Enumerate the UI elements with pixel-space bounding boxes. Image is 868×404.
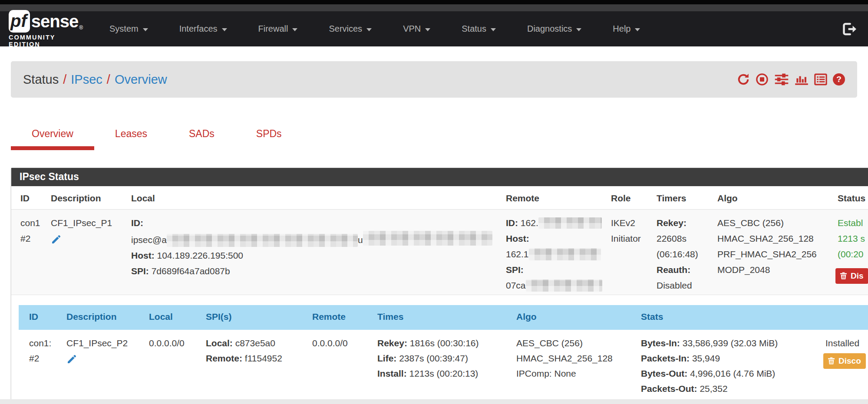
status-installed-text: Installed: [825, 335, 868, 351]
col-stats: Stats: [630, 305, 815, 330]
col-remote: Remote: [302, 305, 367, 330]
phase2-table: ID Description Local SPI(s) Remote Times…: [19, 305, 868, 401]
breadcrumb: Status / IPsec / Overview: [23, 72, 167, 87]
breadcrumb-link-ipsec[interactable]: IPsec: [71, 72, 102, 87]
col-local: Local: [139, 305, 195, 330]
col-id: ID: [11, 186, 42, 209]
cell-id: con1: #2: [19, 330, 56, 401]
refresh-icon[interactable]: [737, 73, 750, 86]
redacted-blur: [363, 231, 492, 246]
redacted-blur: [526, 279, 602, 292]
cell-actions: Installed: [815, 330, 868, 401]
phase1-table: ID Description Local Remote Role Timers …: [11, 186, 868, 295]
breadcrumb-bar: Status / IPsec / Overview: [11, 61, 857, 98]
phase2-header-row: ID Description Local SPI(s) Remote Times…: [19, 305, 868, 330]
tab-spds[interactable]: SPDs: [235, 121, 303, 150]
cell-id: con1 #2: [11, 209, 42, 295]
cell-times: Rekey: 1816s (00:30:16) Life: 2387s (00:…: [367, 330, 506, 401]
chevron-down-icon: [425, 28, 430, 31]
cell-timers: Rekey: 22608s (06:16:48) Reauth: Disable…: [647, 209, 708, 295]
cell-local: ID: ipsec@au Host: 104.189.226.195:500 S…: [122, 209, 497, 295]
trash-icon: [828, 357, 835, 365]
logo-registered-mark: ®: [79, 25, 83, 31]
ipsec-status-panel: IPsec Status ID Description Local Remote…: [11, 168, 868, 401]
col-description: Description: [56, 305, 139, 330]
logo-pf-mark: pf: [9, 10, 30, 33]
col-description: Description: [42, 186, 122, 209]
col-status: Status: [828, 186, 868, 209]
col-actions: [815, 305, 868, 330]
stop-service-icon[interactable]: [756, 73, 769, 86]
filter-sliders-icon[interactable]: [774, 73, 789, 85]
menu-help[interactable]: Help: [597, 24, 656, 34]
phase2-row: con1: #2 CF1_IPsec_P2 0.0.0.0/: [19, 330, 868, 401]
col-remote: Remote: [497, 186, 602, 209]
cell-spis: Local: c873e5a0 Remote: f1154952: [195, 330, 302, 401]
cell-remote: 0.0.0.0/0: [302, 330, 367, 401]
cell-description: CF1_IPsec_P2: [56, 330, 139, 401]
disconnect-p2-button[interactable]: Disco: [823, 353, 866, 369]
logo-sense-text: sense: [31, 12, 78, 31]
logo-edition-text: COMMUNITY EDITION: [9, 34, 87, 48]
cell-algo: AES_CBC (256) HMAC_SHA2_256_128 PRF_HMAC…: [708, 209, 828, 295]
breadcrumb-section: Status: [23, 72, 59, 87]
cell-role: IKEv2 Initiator: [602, 209, 647, 295]
cell-stats: Bytes-In: 33,586,939 (32.03 MiB) Packets…: [630, 330, 815, 401]
redacted-blur: [167, 234, 358, 247]
tab-leases[interactable]: Leases: [94, 121, 168, 150]
status-tabs: Overview Leases SADs SPDs: [11, 121, 868, 150]
col-timers: Timers: [647, 186, 708, 209]
redacted-blur: [538, 217, 602, 229]
tab-overview[interactable]: Overview: [11, 121, 94, 150]
chevron-down-icon: [143, 28, 148, 31]
breadcrumb-separator: /: [102, 72, 115, 87]
phase1-row: con1 #2 CF1_IPsec_P1 ID: ipsec@au: [11, 209, 868, 295]
log-list-icon[interactable]: [814, 73, 827, 85]
edit-pencil-icon[interactable]: [51, 234, 61, 245]
disconnect-p1-button[interactable]: Dis: [835, 268, 868, 284]
panel-title: IPsec Status: [11, 168, 868, 186]
chevron-down-icon: [491, 28, 496, 31]
main-menu: System Interfaces Firewall Services VPN …: [94, 24, 656, 34]
menu-interfaces[interactable]: Interfaces: [164, 24, 243, 34]
trash-icon: [840, 272, 847, 279]
cell-local: 0.0.0.0/0: [139, 330, 195, 401]
chevron-down-icon: [222, 28, 227, 31]
child-sa-section: ID Description Local SPI(s) Remote Times…: [11, 295, 868, 401]
page-footer-strip: [0, 399, 868, 404]
pfsense-logo[interactable]: pfsense® COMMUNITY EDITION: [9, 10, 87, 48]
menu-status[interactable]: Status: [446, 24, 512, 34]
help-icon[interactable]: ?: [833, 73, 845, 85]
page-toolbar: ?: [737, 73, 845, 86]
col-role: Role: [602, 186, 647, 209]
cell-remote: ID: 162. Host: 162.1 SPI: 07ca: [497, 209, 602, 295]
col-algo: Algo: [506, 305, 630, 330]
browser-strip: [0, 4, 868, 11]
menu-firewall[interactable]: Firewall: [243, 24, 314, 34]
edit-pencil-icon[interactable]: [66, 354, 77, 365]
cell-status: Establ 1213 s (00:20: [828, 209, 868, 295]
navbar: pfsense® COMMUNITY EDITION System Interf…: [0, 11, 868, 46]
cell-algo: AES_CBC (256) HMAC_SHA2_256_128 IPComp: …: [506, 330, 630, 401]
menu-services[interactable]: Services: [313, 24, 387, 34]
chevron-down-icon: [292, 28, 297, 31]
cell-description: CF1_IPsec_P1: [42, 209, 122, 295]
menu-vpn[interactable]: VPN: [387, 24, 446, 34]
breadcrumb-link-overview[interactable]: Overview: [115, 72, 167, 87]
col-id: ID: [19, 305, 56, 330]
breadcrumb-separator: /: [59, 72, 71, 87]
menu-system[interactable]: System: [94, 24, 164, 34]
chevron-down-icon: [576, 28, 581, 31]
redacted-blur: [529, 248, 601, 260]
chevron-down-icon: [635, 28, 640, 31]
col-local: Local: [122, 186, 497, 209]
col-spis: SPI(s): [195, 305, 302, 330]
phase1-header-row: ID Description Local Remote Role Timers …: [11, 186, 868, 209]
tab-sads[interactable]: SADs: [168, 121, 235, 150]
window-top-strip: [0, 0, 868, 4]
menu-diagnostics[interactable]: Diagnostics: [512, 24, 597, 34]
col-times: Times: [367, 305, 506, 330]
sign-out-icon[interactable]: [843, 23, 857, 36]
col-algo: Algo: [708, 186, 828, 209]
bar-chart-icon[interactable]: [795, 73, 809, 85]
